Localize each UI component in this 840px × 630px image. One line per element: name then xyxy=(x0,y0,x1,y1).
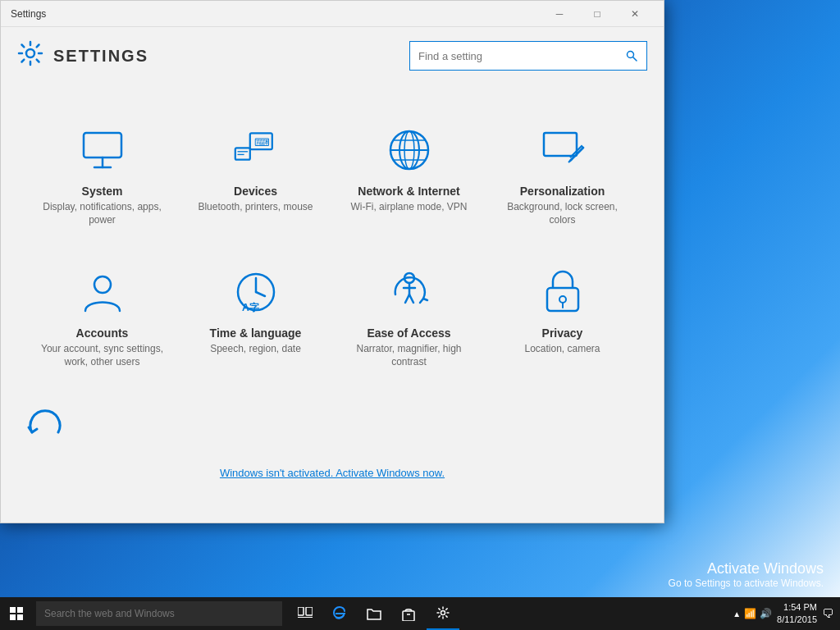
svg-point-22 xyxy=(94,276,111,293)
close-button[interactable]: ✕ xyxy=(616,1,654,27)
svg-rect-36 xyxy=(17,607,23,613)
clock-time: 1:54 PM xyxy=(777,601,817,614)
settings-header: SETTINGS xyxy=(1,27,664,84)
start-button[interactable] xyxy=(0,597,33,630)
activation-link-area[interactable]: Windows isn't activated. Activate Window… xyxy=(25,465,639,480)
svg-line-31 xyxy=(409,294,413,303)
title-bar-controls: ─ □ ✕ xyxy=(541,1,654,27)
settings-taskbar-button[interactable] xyxy=(427,597,459,630)
personalization-desc: Background, lock screen, colors xyxy=(494,201,631,226)
system-tray: ▲ 📶 🔊 xyxy=(733,608,772,619)
search-box[interactable] xyxy=(409,41,647,71)
svg-rect-41 xyxy=(298,617,313,618)
ease-name: Ease of Access xyxy=(367,326,450,340)
taskbar-clock[interactable]: 1:54 PM 8/11/2015 xyxy=(777,601,817,627)
settings-item-personalization[interactable]: Personalization Background, lock screen,… xyxy=(486,101,639,243)
settings-bottom: Windows isn't activated. Activate Window… xyxy=(1,401,664,496)
privacy-desc: Location, camera xyxy=(524,343,600,356)
svg-rect-9 xyxy=(235,148,249,159)
action-center-icon[interactable]: 🗨 xyxy=(822,607,833,620)
settings-item-accounts[interactable]: Accounts Your account, sync settings, wo… xyxy=(25,243,179,385)
svg-line-25 xyxy=(256,292,265,296)
svg-line-4 xyxy=(633,57,637,62)
svg-rect-35 xyxy=(10,607,16,613)
update-area[interactable] xyxy=(25,409,639,449)
settings-title-area: SETTINGS xyxy=(17,40,148,72)
privacy-icon xyxy=(544,267,582,317)
activate-subtitle: Go to Settings to activate Windows. xyxy=(669,578,824,589)
settings-grid: System Display, notifications, apps, pow… xyxy=(1,84,664,401)
settings-item-ease[interactable]: Ease of Access Narrator, magnifier, high… xyxy=(332,243,486,385)
svg-rect-43 xyxy=(403,611,414,621)
taskbar-icons xyxy=(289,597,459,630)
time-icon: A字 xyxy=(234,267,278,317)
svg-rect-37 xyxy=(10,614,16,620)
accounts-icon xyxy=(80,267,125,317)
accounts-name: Accounts xyxy=(76,326,129,340)
system-desc: Display, notifications, apps, power xyxy=(34,201,171,226)
accounts-desc: Your account, sync settings, work, other… xyxy=(34,343,171,368)
title-bar: Settings ─ □ ✕ xyxy=(1,1,664,27)
svg-line-30 xyxy=(405,294,409,303)
taskbar-right: ▲ 📶 🔊 1:54 PM 8/11/2015 🗨 xyxy=(733,601,840,627)
update-icon xyxy=(25,409,65,449)
settings-item-devices[interactable]: ⌨ Devices Bluetooth, printers, mouse xyxy=(179,101,332,243)
svg-point-45 xyxy=(441,611,445,615)
system-icon xyxy=(80,126,125,175)
time-name: Time & language xyxy=(210,326,302,340)
devices-name: Devices xyxy=(234,185,277,198)
settings-item-time[interactable]: A字 Time & language Speech, region, date xyxy=(179,243,332,385)
store-button[interactable] xyxy=(392,597,425,630)
volume-tray-icon[interactable]: 🔊 xyxy=(760,608,772,619)
maximize-button[interactable]: □ xyxy=(578,1,616,27)
network-name: Network & Internet xyxy=(358,185,459,198)
network-icon xyxy=(387,126,431,175)
settings-item-network[interactable]: Network & Internet Wi-Fi, airplane mode,… xyxy=(332,101,486,243)
taskbar: ▲ 📶 🔊 1:54 PM 8/11/2015 🗨 xyxy=(0,597,840,630)
activate-windows-message: Activate Windows Go to Settings to activ… xyxy=(669,560,824,589)
svg-text:A字: A字 xyxy=(242,302,260,313)
devices-icon: ⌨ xyxy=(234,126,278,175)
activate-title: Activate Windows xyxy=(669,560,824,578)
gear-icon xyxy=(17,40,43,72)
ease-icon xyxy=(387,267,431,317)
personalization-name: Personalization xyxy=(520,185,605,198)
minimize-button[interactable]: ─ xyxy=(541,1,578,27)
svg-rect-5 xyxy=(84,133,121,158)
personalization-icon xyxy=(541,126,585,175)
settings-item-system[interactable]: System Display, notifications, apps, pow… xyxy=(25,101,179,243)
svg-point-33 xyxy=(559,296,566,303)
devices-desc: Bluetooth, printers, mouse xyxy=(198,201,313,214)
ease-desc: Narrator, magnifier, high contrast xyxy=(340,343,477,368)
tray-arrow[interactable]: ▲ xyxy=(733,609,741,619)
edge-button[interactable] xyxy=(323,597,356,630)
search-input[interactable] xyxy=(410,50,617,62)
settings-item-privacy[interactable]: Privacy Location, camera xyxy=(486,243,639,385)
task-view-button[interactable] xyxy=(289,597,322,630)
search-button[interactable] xyxy=(617,42,646,70)
title-bar-left: Settings xyxy=(11,8,46,20)
svg-rect-38 xyxy=(17,614,23,620)
clock-date: 8/11/2015 xyxy=(777,614,817,626)
window-title: Settings xyxy=(11,8,46,20)
network-desc: Wi-Fi, airplane mode, VPN xyxy=(350,201,467,214)
svg-rect-39 xyxy=(298,607,304,615)
activation-link[interactable]: Windows isn't activated. Activate Window… xyxy=(220,467,445,479)
svg-rect-19 xyxy=(544,133,577,156)
settings-title: SETTINGS xyxy=(53,47,148,66)
settings-window: Settings ─ □ ✕ SETTINGS xyxy=(0,0,664,523)
taskbar-search-input[interactable] xyxy=(36,601,282,626)
svg-rect-40 xyxy=(306,607,313,615)
svg-point-2 xyxy=(26,49,34,57)
file-explorer-button[interactable] xyxy=(358,597,390,630)
system-name: System xyxy=(82,185,123,198)
network-tray-icon[interactable]: 📶 xyxy=(744,608,756,619)
time-desc: Speech, region, date xyxy=(210,343,301,356)
svg-text:⌨: ⌨ xyxy=(254,137,270,148)
privacy-name: Privacy xyxy=(542,326,583,340)
